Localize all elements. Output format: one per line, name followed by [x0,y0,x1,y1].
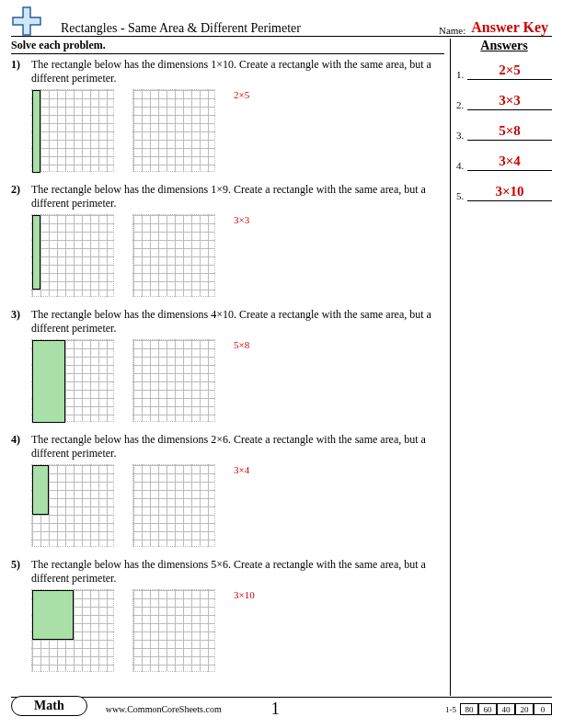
problem-number: 2) [11,183,31,297]
problem-number: 1) [11,58,31,172]
answer-value: 3×4 [467,154,552,171]
answer-number: 1. [456,69,467,80]
score-range-label: 1-5 [445,705,456,714]
answer-grid [132,464,215,547]
answer-number: 2. [456,99,467,110]
name-label: Name: [439,25,465,36]
answer-grid [132,339,215,422]
answer-row: 2. 3×3 [456,93,552,110]
score-cell: 80 [460,703,478,715]
answer-hint: 3×4 [234,464,249,475]
worksheet-title: Rectangles - Same Area & Different Perim… [61,21,439,36]
given-rectangle [32,465,49,515]
answer-row: 3. 5×8 [456,123,552,141]
given-rectangle [32,215,40,290]
subject-badge: Math [11,696,87,716]
score-cell: 20 [515,703,534,715]
score-cell: 60 [478,703,497,715]
problem-text: The rectangle below has the dimensions 1… [31,58,444,85]
score-cell: 40 [497,703,515,715]
problem: 3) The rectangle below has the dimension… [11,308,444,422]
problem: 4) The rectangle below has the dimension… [11,433,444,547]
answer-number: 3. [456,130,467,141]
answer-grid [132,214,215,297]
given-grid [31,89,114,172]
score-cell: 0 [534,703,552,715]
problem: 1) The rectangle below has the dimension… [11,58,444,172]
answer-hint: 3×3 [234,214,249,225]
answer-hint: 2×5 [234,89,249,100]
score-row: 1-5 806040200 [445,703,552,715]
answers-heading: Answers [456,39,552,53]
given-rectangle [32,90,40,173]
answer-grid [132,589,215,672]
instructions: Solve each problem. [11,39,444,54]
plus-logo-icon [11,6,42,37]
answer-number: 4. [456,160,467,171]
given-grid [31,589,114,672]
answer-row: 5. 3×10 [456,184,552,201]
site-url: www.CommonCoreSheets.com [87,704,258,714]
answer-key-label: Answer Key [471,19,548,36]
problem-text: The rectangle below has the dimensions 4… [31,308,444,336]
answer-number: 5. [456,190,467,201]
given-grid [31,214,114,297]
answer-row: 4. 3×4 [456,154,552,171]
given-rectangle [32,340,65,423]
answer-value: 5×8 [467,123,552,141]
answer-value: 3×10 [467,184,552,201]
given-grid [31,339,114,422]
answer-hint: 3×10 [234,589,255,600]
given-rectangle [32,590,74,640]
problem: 5) The rectangle below has the dimension… [11,558,444,672]
footer: Math www.CommonCoreSheets.com 1 1-5 8060… [11,697,552,721]
problem: 2) The rectangle below has the dimension… [11,183,444,297]
answer-grid [132,89,215,172]
header: Rectangles - Same Area & Different Perim… [11,9,552,37]
answer-row: 1. 2×5 [456,63,552,80]
problem-text: The rectangle below has the dimensions 1… [31,183,444,210]
problem-number: 4) [11,433,31,547]
given-grid [31,464,114,547]
answer-value: 3×3 [467,93,552,110]
problem-number: 5) [11,558,31,672]
problem-text: The rectangle below has the dimensions 5… [31,558,444,586]
page-number: 1 [257,700,293,719]
answer-hint: 5×8 [234,339,249,350]
answer-value: 2×5 [467,63,552,80]
problem-number: 3) [11,308,31,422]
problem-text: The rectangle below has the dimensions 2… [31,433,444,461]
